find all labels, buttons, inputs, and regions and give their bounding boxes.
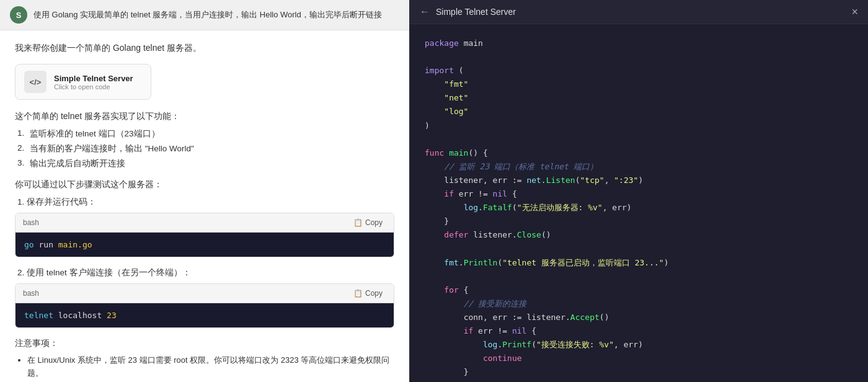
code-icon: </> [24, 71, 46, 93]
test-title: 你可以通过以下步骤测试这个服务器： [15, 179, 394, 190]
copy-icon-2: 📋 [353, 289, 363, 298]
header-left: ← Simple Telnet Server [420, 6, 516, 17]
note-item-1: 在 Linux/Unix 系统中，监听 23 端口需要 root 权限。你可以将… [27, 354, 394, 380]
feature-list: 监听标准的 telnet 端口（23端口） 当有新的客户端连接时，输出 "Hel… [15, 128, 394, 169]
artifact-title: Simple Telnet Server [54, 74, 133, 83]
code-block-1: bash 📋 Copy go run main.go [15, 213, 394, 257]
copy-icon-1: 📋 [353, 218, 363, 227]
step-label-1: 1. 保存并运行代码： [15, 197, 394, 208]
response-intro: 我来帮你创建一个简单的 Golang telnet 服务器。 [15, 43, 394, 54]
back-button[interactable]: ← [420, 6, 430, 17]
code-lang-1: bash [23, 218, 39, 227]
code-panel-header: ← Simple Telnet Server × [410, 0, 868, 24]
feature-item-3: 输出完成后自动断开连接 [17, 158, 394, 169]
code-content: package main import ( "fmt" "net" "log" … [425, 37, 853, 382]
code-body-1: go run main.go [16, 233, 394, 257]
note-list: 在 Linux/Unix 系统中，监听 23 端口需要 root 权限。你可以将… [15, 354, 394, 380]
user-message: S 使用 Golang 实现最简单的 telnet 服务端，当用户连接时，输出 … [0, 0, 409, 30]
code-artifact[interactable]: </> Simple Telnet Server Click to open c… [15, 64, 151, 100]
feature-title: 这个简单的 telnet 服务器实现了以下功能： [15, 111, 394, 122]
step-label-2: 2. 使用 telnet 客户端连接（在另一个终端）： [15, 267, 394, 278]
left-panel: S 使用 Golang 实现最简单的 telnet 服务端，当用户连接时，输出 … [0, 0, 409, 382]
panel-title: Simple Telnet Server [436, 7, 516, 17]
avatar: S [10, 6, 27, 24]
close-button[interactable]: × [851, 6, 858, 17]
code-lang-2: bash [23, 289, 39, 298]
artifact-info: Simple Telnet Server Click to open code [54, 74, 133, 91]
code-body-2: telnet localhost 23 [16, 303, 394, 327]
copy-label-1: Copy [365, 218, 383, 227]
code-block-2: bash 📋 Copy telnet localhost 23 [15, 283, 394, 328]
copy-button-1[interactable]: 📋 Copy [350, 217, 386, 228]
note-title: 注意事项： [15, 338, 394, 349]
artifact-sub: Click to open code [54, 83, 133, 91]
feature-item-2: 当有新的客户端连接时，输出 "Hello World" [17, 143, 394, 154]
copy-label-2: Copy [365, 289, 383, 298]
code-block-header-1: bash 📋 Copy [16, 213, 394, 233]
code-block-header-2: bash 📋 Copy [16, 284, 394, 303]
feature-item-1: 监听标准的 telnet 端口（23端口） [17, 128, 394, 140]
response-area: 我来帮你创建一个简单的 Golang telnet 服务器。 </> Simpl… [0, 30, 409, 382]
user-message-text: 使用 Golang 实现最简单的 telnet 服务端，当用户连接时，输出 He… [33, 9, 382, 20]
copy-button-2[interactable]: 📋 Copy [350, 288, 386, 299]
code-viewer[interactable]: package main import ( "fmt" "net" "log" … [410, 24, 868, 382]
right-panel: ← Simple Telnet Server × package main im… [409, 0, 868, 382]
